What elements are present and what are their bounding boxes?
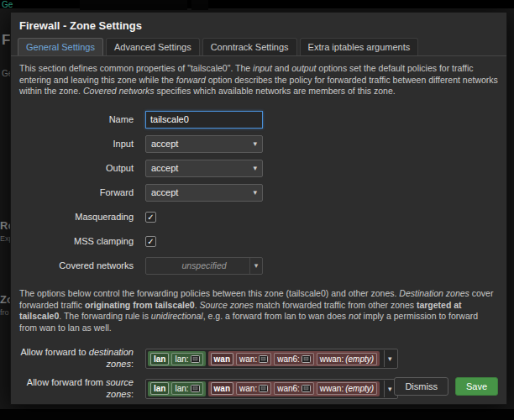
form-row-mss-clamping: MSS clamping ✓	[19, 233, 498, 250]
network-empty-label: (empty)	[345, 383, 374, 394]
description-text: input	[253, 63, 272, 73]
tab-general-settings[interactable]: General Settings	[18, 38, 103, 55]
network-pill: wan6:	[274, 382, 314, 395]
tab-bar: General Settings Advanced Settings Connt…	[11, 38, 506, 56]
forwarding-description: The options below control the forwarding…	[11, 281, 506, 341]
description-text: output	[291, 63, 316, 73]
field-label-masquerading: Masquerading	[19, 212, 134, 223]
network-label: lan:	[175, 354, 188, 365]
form-row-forward-to: Allow forward to destination zones: lan …	[19, 347, 498, 370]
dismiss-button[interactable]: Dismiss	[394, 377, 448, 396]
field-label-forward-from: Allow forward from source zones:	[19, 377, 134, 401]
input-policy-select[interactable]: accept ▾	[145, 135, 263, 153]
field-label-covered-networks: Covered networks	[19, 260, 134, 272]
network-empty-label: (empty)	[345, 354, 374, 365]
section-description: This section defines common properties o…	[11, 56, 506, 104]
background-text-fragment: fro	[0, 308, 9, 317]
zone-name-label: wan	[211, 382, 233, 395]
interface-icon	[302, 355, 311, 363]
label-text: Allow forward from	[27, 377, 106, 387]
description-text: The options below control the forwarding…	[19, 288, 399, 298]
label-text: :	[131, 389, 134, 399]
zone-badge-lan[interactable]: lan lan:	[148, 381, 206, 396]
select-value: accept	[151, 163, 178, 173]
network-label: wan:	[239, 354, 257, 365]
field-label-input: Input	[19, 139, 134, 150]
interface-icon	[191, 355, 200, 363]
dropdown-caret-icon[interactable]: ▾	[384, 350, 396, 367]
select-value: accept	[151, 187, 178, 197]
bottom-statusbar	[0, 409, 514, 420]
zone-badge-lan[interactable]: lan lan:	[148, 351, 206, 366]
network-label: wan6:	[277, 354, 300, 365]
network-pill: wwan: (empty)	[317, 353, 377, 365]
label-text: :	[131, 359, 134, 369]
forward-policy-select[interactable]: accept ▾	[145, 184, 263, 202]
zone-name-label: lan	[150, 382, 169, 395]
zone-badge-wan[interactable]: wan wan: wan6: wwan: (empty)	[208, 381, 380, 396]
network-label: wwan:	[320, 383, 344, 394]
background-text-fragment: Ge	[2, 0, 13, 9]
interface-icon	[191, 385, 200, 392]
mss-clamping-checkbox[interactable]: ✓	[145, 236, 156, 247]
description-text: originating from tailscale0	[85, 300, 195, 310]
label-text: source zones	[106, 377, 134, 399]
modal-title: Firewall - Zone Settings	[11, 13, 506, 38]
description-text: Destination zones	[399, 288, 469, 298]
description-text: , e.g. a forward from lan to wan does	[203, 311, 349, 321]
field-label-mss-clamping: MSS clamping	[19, 236, 134, 248]
chevron-down-icon: ▾	[253, 139, 257, 148]
background-tab-bar	[80, 0, 187, 10]
dropdown-placeholder-text: unspecified	[181, 260, 226, 270]
forward-to-zones-dropdown[interactable]: lan lan: wan wan: wan6: wwan: (e	[145, 349, 398, 369]
modal-footer: Dismiss Save	[394, 377, 498, 396]
tab-advanced-settings[interactable]: Advanced Settings	[106, 38, 200, 55]
forward-from-zones-dropdown[interactable]: lan lan: wan wan: wan6: wwan: (e	[145, 379, 398, 399]
chevron-down-icon: ▾	[253, 188, 257, 197]
network-label: wwan:	[320, 354, 344, 365]
zone-settings-modal: Firewall - Zone Settings General Setting…	[10, 12, 507, 405]
description-text: Covered networks	[83, 86, 155, 96]
top-navbar	[0, 0, 514, 8]
network-label: wan:	[239, 383, 257, 394]
description-text: specifies which available networks are m…	[155, 86, 396, 96]
description-text: unidirectional	[151, 311, 203, 321]
form-row-covered-networks: Covered networks unspecified ▾	[19, 257, 498, 275]
chevron-down-icon: ▾	[253, 164, 257, 172]
zone-badge-wan[interactable]: wan wan: wan6: wwan: (empty)	[208, 351, 380, 366]
masquerading-checkbox[interactable]: ✓	[145, 212, 156, 223]
select-value: accept	[151, 139, 178, 149]
description-text: . The forwarding rule is	[59, 311, 151, 321]
tab-extra-iptables[interactable]: Extra iptables arguments	[300, 38, 419, 55]
network-pill: wan6:	[274, 353, 314, 365]
network-pill: lan:	[171, 382, 202, 395]
interface-icon	[259, 385, 268, 392]
tab-conntrack-settings[interactable]: Conntrack Settings	[202, 38, 297, 55]
zone-name-input[interactable]	[145, 111, 263, 129]
zone-name-label: wan	[211, 353, 233, 365]
form-row-name: Name	[19, 111, 498, 129]
network-pill: wwan: (empty)	[317, 382, 377, 395]
field-label-forward: Forward	[19, 187, 134, 199]
label-text: Allow forward to	[20, 347, 88, 357]
field-label-output: Output	[19, 163, 134, 175]
description-text: This section defines common properties o…	[19, 63, 253, 73]
interface-icon	[259, 355, 268, 363]
form-row-masquerading: Masquerading ✓	[19, 208, 498, 226]
network-pill: wan:	[236, 382, 271, 395]
network-pill: wan:	[236, 353, 271, 365]
description-text: match forwarded traffic from other zones	[254, 300, 417, 310]
save-button[interactable]: Save	[455, 377, 498, 396]
covered-networks-dropdown[interactable]: unspecified ▾	[145, 257, 263, 275]
field-label-forward-to: Allow forward to destination zones:	[19, 347, 134, 370]
chevron-down-icon: ▾	[249, 258, 262, 274]
form-row-forward: Forward accept ▾	[19, 184, 498, 202]
network-pill: lan:	[171, 353, 202, 365]
network-label: wan6:	[277, 383, 300, 394]
form-row-output: Output accept ▾	[19, 160, 498, 177]
form-row-input: Input accept ▾	[19, 135, 498, 153]
description-text: forward	[176, 75, 206, 85]
output-policy-select[interactable]: accept ▾	[145, 160, 263, 177]
zone-name-label: lan	[150, 353, 169, 365]
label-text: destination zones	[89, 347, 134, 369]
